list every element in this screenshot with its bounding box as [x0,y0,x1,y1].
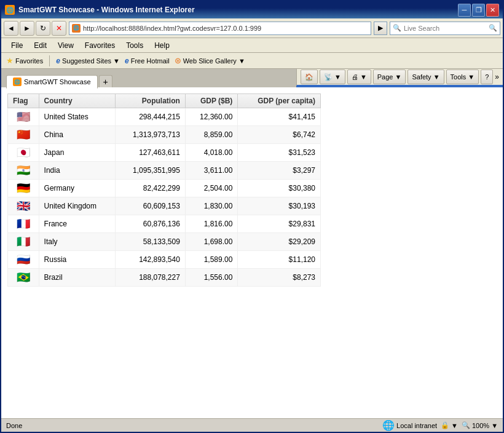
favorites-button[interactable]: ★ Favorites [6,56,43,65]
cell-country: Italy [39,233,115,251]
cell-flag: 🇨🇳 [8,126,39,144]
zoom-icon: 🔍 [462,421,470,429]
go-button[interactable]: ▶ [374,22,387,35]
table-row[interactable]: 🇩🇪Germany82,422,2992,504.00$30,380 [8,180,321,197]
table-row[interactable]: 🇯🇵Japan127,463,6114,018.00$31,523 [8,144,321,162]
new-tab-button[interactable]: + [99,75,112,87]
toolbar-right: 🏠 📡 ▼ 🖨 ▼ Page ▼ Safety ▼ Tools ▼ ? » [296,69,503,86]
menu-favorites[interactable]: Favorites [80,40,120,51]
table-row[interactable]: 🇬🇧United Kingdom60,609,1531,830.00$30,19… [8,197,321,215]
forward-button[interactable]: ► [20,21,34,36]
cell-flag: 🇷🇺 [8,251,39,269]
menu-bar: File Edit View Favorites Tools Help [1,38,503,53]
cell-gdp-per-capita: $8,273 [238,269,321,287]
cell-gdp: 1,830.00 [185,197,238,215]
favorites-bar: ★ Favorites e Suggested Sites ▼ e Free H… [1,53,503,69]
browser-window: 🌐 SmartGWT Showcase - Windows Internet E… [0,0,504,433]
search-icon: 🔍 [390,24,404,32]
col-flag: Flag [8,94,39,108]
back-button[interactable]: ◄ [4,21,18,36]
print-button[interactable]: 🖨 ▼ [347,70,371,84]
table-row[interactable]: 🇧🇷Brazil188,078,2271,556.00$8,273 [8,269,321,287]
cell-gdp: 3,611.00 [185,162,238,180]
cell-population: 60,876,136 [115,215,185,233]
cell-flag: 🇺🇸 [8,108,39,126]
rss-button[interactable]: 📡 ▼ [320,70,345,84]
tab-favicon: 🌐 [13,77,22,86]
cell-country: Japan [39,144,115,162]
menu-help[interactable]: Help [149,40,175,51]
cell-flag: 🇫🇷 [8,215,39,233]
refresh-button[interactable]: ↻ [36,21,50,36]
address-bar: 🌐 http://localhost:8888/index.html?gwt.c… [69,22,387,35]
title-bar: 🌐 SmartGWT Showcase - Windows Internet E… [1,1,503,18]
cell-gdp: 8,859.00 [185,126,238,144]
cell-population: 1,313,973,713 [115,126,185,144]
col-gdp-per-capita: GDP (per capita) [238,94,321,108]
menu-edit[interactable]: Edit [29,40,52,51]
table-row[interactable]: 🇨🇳China1,313,973,7138,859.00$6,742 [8,126,321,144]
tools-button[interactable]: Tools ▼ [446,70,479,84]
data-grid: Flag Country Population GDP ($B) GDP (pe… [7,93,321,287]
menu-file[interactable]: File [6,40,28,51]
help-button[interactable]: ? [481,70,493,84]
cell-gdp: 1,556.00 [185,269,238,287]
title-bar-controls: ─ ❐ ✕ [458,4,499,17]
url-input[interactable]: 🌐 http://localhost:8888/index.html?gwt.c… [69,22,371,35]
page-button[interactable]: Page ▼ [373,70,406,84]
free-hotmail[interactable]: e Free Hotmail [125,57,170,65]
close-button[interactable]: ✕ [486,4,499,17]
table-row[interactable]: 🇮🇳India1,095,351,9953,611.00$3,297 [8,162,321,180]
menu-tools[interactable]: Tools [121,40,148,51]
cell-population: 142,893,540 [115,251,185,269]
table-row[interactable]: 🇫🇷France60,876,1361,816.00$29,831 [8,215,321,233]
cell-gdp-per-capita: $11,120 [238,251,321,269]
status-right: 🌐 Local intranet 🔒 ▼ 🔍 100% ▼ [382,419,498,431]
search-bar[interactable]: 🔍 🔍 [390,22,500,35]
url-favicon: 🌐 [72,24,81,33]
cell-flag: 🇩🇪 [8,180,39,197]
free-hotmail-label: Free Hotmail [131,57,170,65]
zone-label: Local intranet [396,422,437,429]
lock-icon: 🔒 [441,421,449,429]
cell-population: 82,422,299 [115,180,185,197]
web-slice-gallery[interactable]: ⊛ Web Slice Gallery ▼ [175,56,245,65]
cell-population: 298,444,215 [115,108,185,126]
cell-gdp-per-capita: $29,209 [238,233,321,251]
cell-country: Russia [39,251,115,269]
home-button[interactable]: 🏠 [301,70,318,84]
active-tab[interactable]: 🌐 SmartGWT Showcase [6,75,98,89]
header-row: Flag Country Population GDP ($B) GDP (pe… [8,94,321,108]
grid-body: 🇺🇸United States298,444,21512,360.00$41,4… [8,108,321,287]
table-row[interactable]: 🇷🇺Russia142,893,5401,589.00$11,120 [8,251,321,269]
suggested-sites[interactable]: e Suggested Sites ▼ [56,57,120,65]
cell-gdp-per-capita: $41,415 [238,108,321,126]
minimize-button[interactable]: ─ [458,4,471,17]
stop-button[interactable]: ✕ [52,21,66,36]
cell-gdp-per-capita: $30,193 [238,197,321,215]
zoom-dropdown[interactable]: ▼ [491,422,498,429]
favorites-label: Favorites [15,57,43,65]
grid-header: Flag Country Population GDP ($B) GDP (pe… [8,94,321,108]
search-input[interactable] [404,25,489,32]
restore-button[interactable]: ❐ [472,4,485,17]
menu-view[interactable]: View [53,40,79,51]
safety-button[interactable]: Safety ▼ [408,70,444,84]
table-row[interactable]: 🇺🇸United States298,444,21512,360.00$41,4… [8,108,321,126]
cell-country: United Kingdom [39,197,115,215]
more-button[interactable]: » [495,73,499,81]
cell-flag: 🇮🇹 [8,233,39,251]
table-row[interactable]: 🇮🇹Italy58,133,5091,698.00$29,209 [8,233,321,251]
cell-gdp-per-capita: $3,297 [238,162,321,180]
cell-flag: 🇮🇳 [8,162,39,180]
cell-country: India [39,162,115,180]
col-population: Population [115,94,185,108]
intranet-icon: 🌐 [382,419,395,431]
cell-gdp: 1,816.00 [185,215,238,233]
cell-gdp: 12,360.00 [185,108,238,126]
cell-country: United States [39,108,115,126]
title-bar-left: 🌐 SmartGWT Showcase - Windows Internet E… [5,5,195,15]
nav-bar: ◄ ► ↻ ✕ 🌐 http://localhost:8888/index.ht… [1,18,503,38]
zoom-label: 100% [472,422,489,429]
ie-icon-1: e [56,57,60,65]
